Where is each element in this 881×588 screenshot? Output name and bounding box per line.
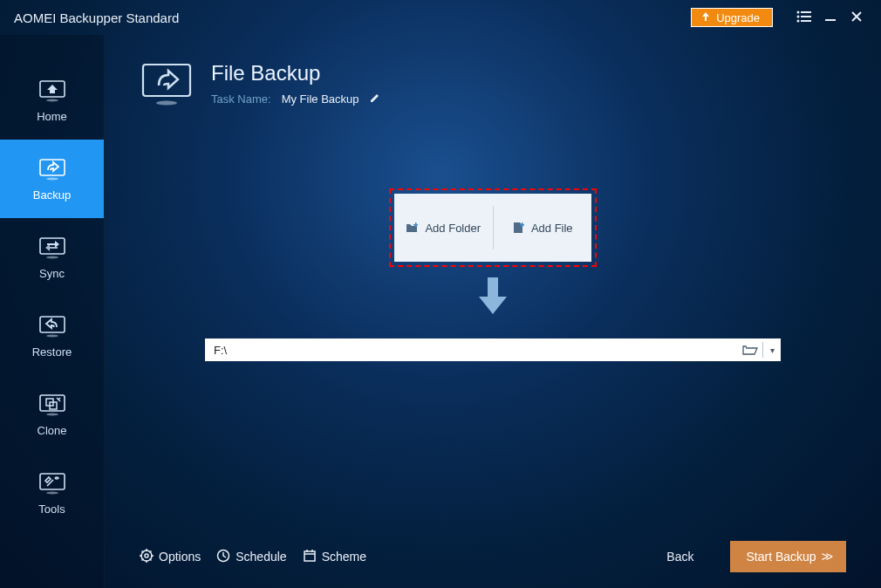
svg-point-2 <box>797 15 800 17</box>
svg-rect-5 <box>801 20 811 22</box>
add-file-label: Add File <box>531 222 573 235</box>
add-folder-button[interactable]: Add Folder <box>394 194 493 262</box>
dropdown-caret-icon[interactable]: ▾ <box>767 345 777 355</box>
svg-rect-27 <box>488 277 498 297</box>
sidebar-item-label: Clone <box>38 424 67 437</box>
start-backup-label: Start Backup <box>746 550 816 564</box>
destination-input[interactable]: F:\ ▾ <box>205 338 781 361</box>
file-backup-icon <box>140 61 194 106</box>
page-title: File Backup <box>211 61 380 85</box>
upgrade-icon <box>700 11 711 24</box>
titlebar: AOMEI Backupper Standard Upgrade <box>0 0 881 35</box>
app-title: AOMEI Backupper Standard <box>14 10 691 25</box>
edit-icon[interactable] <box>370 92 380 106</box>
page-header: File Backup Task Name: My File Backup <box>105 35 881 106</box>
arrow-down-icon <box>475 274 510 318</box>
upgrade-button[interactable]: Upgrade <box>691 8 773 27</box>
tools-icon <box>38 471 67 496</box>
svg-point-8 <box>46 99 58 101</box>
add-folder-label: Add Folder <box>425 222 481 235</box>
center-panel: Add Folder Add File F:\ <box>105 106 881 525</box>
add-source-box: Add Folder Add File <box>394 194 591 262</box>
task-name-row: Task Name: My File Backup <box>211 92 380 106</box>
sidebar-item-restore[interactable]: Restore <box>0 297 104 375</box>
minimize-icon[interactable] <box>820 9 841 27</box>
upgrade-label: Upgrade <box>716 11 760 24</box>
sidebar-item-home[interactable]: Home <box>0 61 104 140</box>
gear-icon <box>140 549 154 565</box>
svg-rect-21 <box>143 65 190 96</box>
svg-point-0 <box>797 10 800 13</box>
app-window: AOMEI Backupper Standard Upgrade Home <box>0 0 881 588</box>
add-file-button[interactable]: Add File <box>493 206 592 250</box>
browse-folder-icon[interactable] <box>741 341 759 359</box>
main-area: File Backup Task Name: My File Backup <box>105 35 881 588</box>
sidebar: Home Backup Sync Restore <box>0 35 105 588</box>
sidebar-item-clone[interactable]: Clone <box>0 375 104 454</box>
svg-point-29 <box>145 554 148 557</box>
svg-point-10 <box>46 177 58 180</box>
svg-rect-6 <box>825 19 836 21</box>
file-plus-icon <box>512 222 526 234</box>
sidebar-item-backup[interactable]: Backup <box>0 140 104 218</box>
divider <box>762 342 763 358</box>
back-button[interactable]: Back <box>666 550 693 564</box>
svg-rect-31 <box>304 551 315 561</box>
header-text: File Backup Task Name: My File Backup <box>211 61 380 106</box>
svg-rect-1 <box>801 11 811 13</box>
options-label: Options <box>159 550 201 564</box>
scheme-button[interactable]: Scheme <box>303 549 366 565</box>
svg-rect-9 <box>40 160 65 175</box>
task-name-label: Task Name: <box>211 92 271 106</box>
svg-rect-24 <box>413 224 418 226</box>
footer-bar: Options Schedule Scheme Back <box>105 525 881 588</box>
chevron-right-icon: >> <box>822 550 830 564</box>
sidebar-item-label: Sync <box>39 267 65 280</box>
svg-point-22 <box>156 101 177 106</box>
sidebar-item-label: Home <box>37 110 67 123</box>
sidebar-item-label: Tools <box>38 503 65 516</box>
schedule-button[interactable]: Schedule <box>216 549 286 565</box>
sidebar-item-tools[interactable]: Tools <box>0 454 104 532</box>
svg-rect-13 <box>40 317 65 332</box>
clone-icon <box>38 393 67 417</box>
clock-icon <box>216 549 230 565</box>
svg-point-4 <box>797 19 800 22</box>
sidebar-item-label: Backup <box>33 188 71 202</box>
menu-icon[interactable] <box>794 9 815 27</box>
restore-icon <box>38 314 67 338</box>
sync-icon <box>38 236 67 260</box>
body: Home Backup Sync Restore <box>0 35 881 588</box>
svg-rect-3 <box>801 16 811 17</box>
svg-rect-11 <box>40 238 65 254</box>
backup-icon <box>38 157 67 181</box>
calendar-icon <box>303 549 317 565</box>
destination-path: F:\ <box>214 344 741 357</box>
svg-point-16 <box>46 413 58 415</box>
folder-plus-icon <box>406 222 420 234</box>
schedule-label: Schedule <box>236 550 286 564</box>
scheme-label: Scheme <box>322 550 366 564</box>
svg-point-14 <box>46 334 58 337</box>
home-icon <box>38 79 67 103</box>
sidebar-item-label: Restore <box>32 345 72 359</box>
options-button[interactable]: Options <box>140 549 201 565</box>
svg-point-20 <box>46 491 58 494</box>
add-source-highlight: Add Folder Add File <box>389 188 597 267</box>
close-icon[interactable] <box>846 9 867 27</box>
svg-rect-26 <box>520 224 524 226</box>
svg-point-12 <box>46 256 58 258</box>
task-name-value: My File Backup <box>282 92 359 106</box>
sidebar-item-sync[interactable]: Sync <box>0 218 104 297</box>
start-backup-button[interactable]: Start Backup >> <box>730 541 846 572</box>
